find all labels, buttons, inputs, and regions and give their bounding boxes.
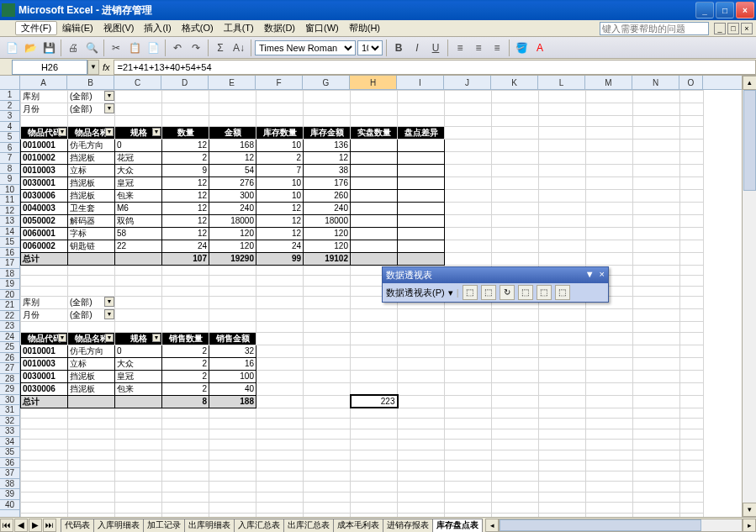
formula-input[interactable]: [114, 60, 756, 75]
row-header-29[interactable]: 29: [0, 384, 19, 395]
sheet-tab[interactable]: 入库明细表: [93, 519, 144, 532]
fill-color-icon[interactable]: 🪣: [513, 40, 530, 56]
sheet-tab[interactable]: 进销存报表: [383, 519, 433, 532]
tab-first-icon[interactable]: ⏮: [0, 519, 13, 532]
row-header-34[interactable]: 34: [0, 437, 19, 448]
tab-last-icon[interactable]: ⏭: [43, 519, 56, 532]
sheet-tab[interactable]: 出库明细表: [184, 519, 235, 532]
row-header-24[interactable]: 24: [0, 332, 19, 343]
italic-icon[interactable]: I: [409, 40, 426, 56]
row-header-30[interactable]: 30: [0, 395, 19, 406]
row-header-13[interactable]: 13: [0, 216, 19, 227]
row-header-12[interactable]: 12: [0, 206, 19, 217]
menu-view[interactable]: 视图(V): [98, 22, 140, 34]
help-search-input[interactable]: [600, 22, 709, 35]
pivot-btn-6[interactable]: ⬚: [555, 285, 570, 300]
align-right-icon[interactable]: ≡: [489, 40, 505, 56]
pivot-dropdown-icon[interactable]: ▼: [58, 128, 66, 136]
preview-icon[interactable]: 🔍: [83, 40, 100, 56]
row-header-32[interactable]: 32: [0, 416, 19, 427]
minimize-button[interactable]: _: [695, 2, 714, 18]
mdi-restore-button[interactable]: □: [727, 23, 739, 34]
pivot-dropdown-icon[interactable]: ▼: [152, 128, 161, 136]
filter-dropdown-icon[interactable]: ▼: [104, 103, 114, 113]
row-header-21[interactable]: 21: [0, 300, 19, 311]
menu-window[interactable]: 窗口(W): [300, 22, 344, 34]
scroll-thumb[interactable]: [743, 90, 756, 191]
font-color-icon[interactable]: A: [531, 40, 548, 56]
pivot-dropdown-icon[interactable]: ▼: [105, 334, 114, 342]
row-header-3[interactable]: 3: [0, 111, 19, 122]
col-header-O[interactable]: O: [679, 76, 703, 89]
scroll-down-icon[interactable]: ▾: [743, 503, 756, 517]
row-header-28[interactable]: 28: [0, 374, 19, 385]
col-header-G[interactable]: G: [303, 76, 350, 89]
row-header-38[interactable]: 38: [0, 479, 19, 490]
scroll-up-icon[interactable]: ▴: [743, 76, 756, 90]
underline-icon[interactable]: U: [427, 40, 444, 56]
row-header-31[interactable]: 31: [0, 405, 19, 416]
print-icon[interactable]: 🖨: [65, 40, 82, 56]
row-header-19[interactable]: 19: [0, 279, 19, 290]
filter-dropdown-icon[interactable]: ▼: [104, 309, 114, 319]
fx-icon[interactable]: fx: [103, 62, 110, 72]
pivot-btn-3[interactable]: ↻: [500, 285, 515, 300]
sheet-tab[interactable]: 库存盘点表: [432, 519, 483, 532]
pivot-dropdown-icon[interactable]: ▼: [152, 334, 161, 342]
row-header-1[interactable]: 1: [0, 90, 19, 101]
pivot-btn-4[interactable]: ⬚: [518, 285, 533, 300]
pivot-menu-button[interactable]: 数据透视表(P): [386, 287, 445, 299]
sheet-tab[interactable]: 入库汇总表: [234, 519, 284, 532]
col-header-L[interactable]: L: [538, 76, 585, 89]
maximize-button[interactable]: □: [716, 2, 734, 18]
row-header-40[interactable]: 40: [0, 500, 19, 511]
col-header-H[interactable]: H: [350, 76, 397, 89]
row-header-9[interactable]: 9: [0, 174, 19, 185]
menu-tools[interactable]: 工具(T): [219, 22, 259, 34]
row-header-11[interactable]: 11: [0, 195, 19, 206]
row-header-33[interactable]: 33: [0, 426, 19, 437]
menu-format[interactable]: 格式(O): [177, 22, 219, 34]
redo-icon[interactable]: ↷: [188, 40, 204, 56]
col-header-F[interactable]: F: [256, 76, 303, 89]
sheet-tab[interactable]: 出库汇总表: [283, 519, 334, 532]
name-box[interactable]: [12, 60, 87, 75]
filter-dropdown-icon[interactable]: ▼: [104, 91, 114, 101]
sheet-tab[interactable]: 代码表: [61, 519, 94, 532]
font-name-combo[interactable]: Times New Roman: [255, 40, 356, 55]
row-header-17[interactable]: 17: [0, 258, 19, 269]
pivot-dropdown-icon[interactable]: ▼: [105, 128, 114, 136]
menu-insert[interactable]: 插入(I): [139, 22, 176, 34]
col-header-A[interactable]: A: [20, 76, 67, 89]
row-header-7[interactable]: 7: [0, 153, 19, 164]
sheet-tab[interactable]: 加工记录: [143, 519, 185, 532]
menu-data[interactable]: 数据(D): [259, 22, 300, 34]
col-header-B[interactable]: B: [67, 76, 114, 89]
align-left-icon[interactable]: ≡: [452, 40, 468, 56]
row-header-36[interactable]: 36: [0, 458, 19, 469]
col-header-D[interactable]: D: [161, 76, 209, 89]
mdi-minimize-button[interactable]: _: [714, 23, 726, 34]
tab-prev-icon[interactable]: ◀: [14, 519, 28, 532]
row-header-26[interactable]: 26: [0, 353, 19, 364]
sheet-tab[interactable]: 成本毛利表: [333, 519, 383, 532]
row-header-37[interactable]: 37: [0, 468, 19, 479]
row-header-27[interactable]: 27: [0, 363, 19, 374]
active-cell[interactable]: 223: [351, 395, 398, 408]
copy-icon[interactable]: 📋: [126, 40, 143, 56]
row-header-10[interactable]: 10: [0, 185, 19, 196]
tab-next-icon[interactable]: ▶: [29, 519, 42, 532]
row-header-16[interactable]: 16: [0, 248, 19, 259]
cut-icon[interactable]: ✂: [108, 40, 124, 56]
row-header-18[interactable]: 18: [0, 269, 19, 280]
col-header-K[interactable]: K: [491, 76, 538, 89]
pivot-toolbar-options-icon[interactable]: ▼: [585, 269, 595, 282]
row-header-2[interactable]: 2: [0, 101, 19, 112]
row-header-5[interactable]: 5: [0, 132, 19, 143]
row-header-35[interactable]: 35: [0, 447, 19, 458]
col-header-E[interactable]: E: [209, 76, 256, 89]
filter-dropdown-icon[interactable]: ▼: [104, 297, 114, 307]
close-button[interactable]: ×: [736, 2, 754, 18]
undo-icon[interactable]: ↶: [169, 40, 186, 56]
pivot-btn-5[interactable]: ⬚: [537, 285, 552, 300]
